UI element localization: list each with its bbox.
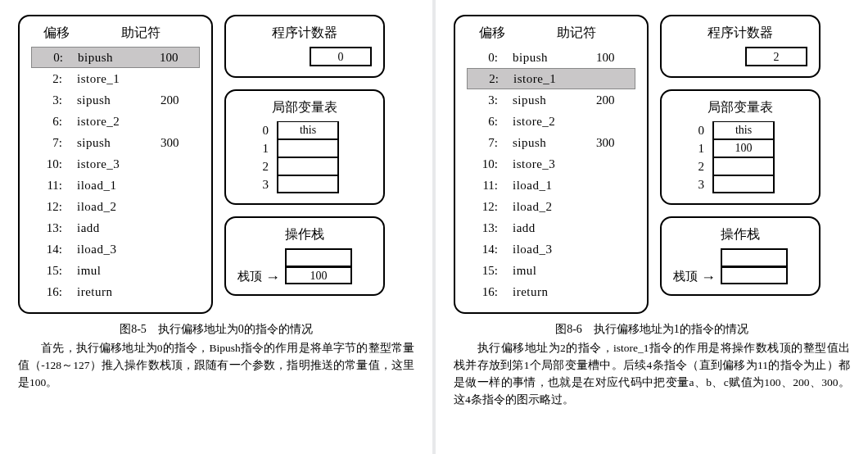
bytecode-mnemonic: sipush — [503, 136, 596, 150]
bytecode-argument: 300 — [160, 136, 197, 150]
local-variable-value: this — [712, 121, 775, 139]
program-counter-panel: 程序计数器2 — [660, 15, 821, 78]
local-variable-panel: 局部变量表0this123 — [224, 89, 385, 205]
bytecode-mnemonic: sipush — [67, 136, 160, 150]
bytecode-row: 13:iadd — [31, 217, 200, 238]
bytecode-mnemonic: istore_3 — [67, 157, 160, 171]
bytecode-row: 14:iload_3 — [31, 238, 200, 260]
bytecode-mnemonic: iadd — [67, 221, 160, 235]
local-variable-index: 2 — [252, 160, 277, 174]
operand-stack-title: 操作栈 — [237, 226, 372, 243]
bytecode-row: 6:istore_2 — [31, 111, 200, 132]
bytecode-row: 13:iadd — [467, 217, 635, 238]
local-variable-row: 2 — [252, 157, 372, 175]
bytecode-row: 10:istore_3 — [31, 153, 200, 175]
bytecode-offset: 13: — [470, 221, 503, 235]
bytecode-argument: 200 — [160, 93, 197, 107]
stack-cell — [721, 266, 788, 284]
local-variable-row: 3 — [688, 175, 807, 193]
bytecode-row: 2:istore_1 — [31, 68, 200, 89]
bytecode-mnemonic: iload_3 — [503, 243, 596, 257]
bytecode-row: 3:sipush200 — [467, 89, 635, 111]
bytecode-argument: 100 — [596, 51, 632, 65]
column-header-mnemonic: 助记符 — [82, 25, 200, 42]
program-counter-panel: 程序计数器0 — [224, 15, 385, 78]
stack-cell — [721, 248, 788, 266]
local-variable-value — [277, 139, 339, 157]
bytecode-argument: 300 — [596, 136, 632, 150]
bytecode-row: 15:imul — [467, 260, 635, 281]
bytecode-offset: 2: — [471, 72, 504, 86]
column-header-mnemonic: 助记符 — [518, 25, 635, 42]
bytecode-mnemonic: istore_2 — [503, 115, 596, 129]
bytecode-offset: 11: — [470, 179, 503, 193]
bytecode-offset: 14: — [34, 243, 67, 257]
bytecode-row: 15:imul — [31, 260, 200, 281]
bytecode-offset: 7: — [470, 136, 503, 150]
bytecode-offset: 11: — [34, 179, 67, 193]
stack-cell — [285, 248, 352, 266]
local-variable-index: 1 — [252, 142, 277, 156]
bytecode-row: 12:iload_2 — [467, 196, 635, 217]
operand-stack-panel: 操作栈栈顶→ — [660, 216, 821, 296]
operand-stack-panel: 操作栈栈顶→100 — [224, 216, 385, 296]
bytecode-row: 7:sipush300 — [31, 132, 200, 153]
bytecode-row: 14:iload_3 — [467, 238, 635, 260]
bytecode-offset: 6: — [34, 115, 67, 129]
local-variable-index: 1 — [688, 142, 712, 156]
bytecode-row: 11:iload_1 — [467, 175, 635, 196]
bytecode-offset: 0: — [35, 51, 68, 65]
column-header-offset: 偏移 — [467, 25, 518, 42]
bytecode-mnemonic: iload_3 — [67, 243, 160, 257]
local-variable-row: 0this — [252, 121, 372, 139]
local-variable-value — [277, 157, 339, 175]
bytecode-mnemonic: imul — [67, 264, 160, 278]
bytecode-mnemonic: istore_3 — [503, 157, 596, 171]
bytecode-row: 2:istore_1 — [467, 68, 635, 89]
local-variable-index: 0 — [252, 124, 277, 138]
local-variable-value — [712, 157, 775, 175]
bytecode-row: 6:istore_2 — [467, 111, 635, 132]
bytecode-row: 0:bipush100 — [31, 47, 200, 68]
local-variable-index: 3 — [688, 178, 712, 192]
page-left: 偏移助记符0:bipush1002:istore_13:sipush2006:i… — [0, 0, 432, 454]
local-variable-index: 0 — [688, 124, 712, 138]
bytecode-mnemonic: istore_1 — [67, 72, 160, 86]
bytecode-offset: 0: — [470, 51, 503, 65]
stack-top-label: 栈顶 — [237, 269, 262, 284]
bytecode-offset: 16: — [470, 285, 503, 299]
bytecode-mnemonic: ireturn — [503, 285, 596, 299]
bytecode-row: 16:ireturn — [31, 281, 200, 302]
bytecode-mnemonic: iload_2 — [503, 200, 596, 214]
bytecode-mnemonic: sipush — [503, 93, 596, 107]
local-variable-row: 2 — [688, 157, 807, 175]
bytecode-mnemonic: istore_1 — [504, 72, 595, 86]
bytecode-mnemonic: sipush — [67, 93, 160, 107]
local-variable-title: 局部变量表 — [673, 99, 807, 116]
bytecode-mnemonic: iload_2 — [67, 200, 160, 214]
bytecode-offset: 10: — [34, 157, 67, 171]
bytecode-row: 11:iload_1 — [31, 175, 200, 196]
stack-top-label: 栈顶 — [673, 269, 698, 284]
bytecode-offset: 15: — [470, 264, 503, 278]
program-counter-value: 0 — [310, 47, 372, 66]
bytecode-offset: 16: — [34, 285, 67, 299]
bytecode-offset: 15: — [34, 264, 67, 278]
bytecode-mnemonic: iload_1 — [67, 179, 160, 193]
bytecode-mnemonic: iadd — [503, 221, 596, 235]
local-variable-title: 局部变量表 — [237, 99, 372, 116]
local-variable-index: 2 — [688, 160, 712, 174]
bytecode-argument: 200 — [596, 93, 632, 107]
local-variable-row: 1 — [252, 139, 372, 157]
bytecode-offset: 6: — [470, 115, 503, 129]
figure-caption: 图8-6 执行偏移地址为1的指令的情况 — [454, 322, 850, 337]
local-variable-value: 100 — [712, 139, 775, 157]
bytecode-row: 12:iload_2 — [31, 196, 200, 217]
bytecode-offset: 2: — [34, 72, 67, 86]
bytecode-mnemonic: ireturn — [67, 285, 160, 299]
local-variable-row: 3 — [252, 175, 372, 193]
bytecode-row: 16:ireturn — [467, 281, 635, 302]
bytecode-offset: 10: — [470, 157, 503, 171]
stack-cell: 100 — [285, 266, 352, 284]
bytecode-row: 10:istore_3 — [467, 153, 635, 175]
